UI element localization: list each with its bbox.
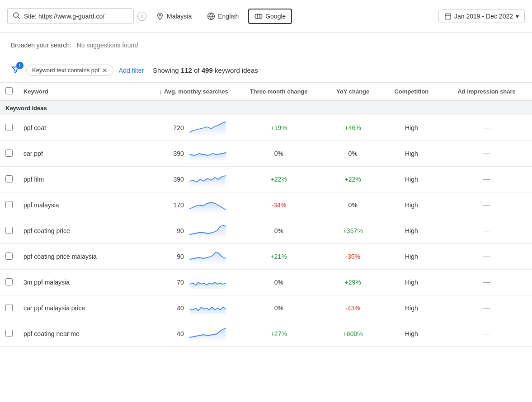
competition-cell: High xyxy=(382,218,441,244)
broaden-section: Broaden your search: No suggestions foun… xyxy=(0,33,532,58)
select-all-header[interactable] xyxy=(0,83,18,101)
table-row: ppf coating price malaysia 90 xyxy=(0,244,532,270)
broaden-label: Broaden your search: xyxy=(11,42,71,49)
table-row: 3m ppf malaysia 70 xyxy=(0,270,532,295)
keyword-cell: ppf coat xyxy=(18,115,129,141)
searches-number: 70 xyxy=(169,279,184,286)
searches-number: 390 xyxy=(169,150,184,157)
three-month-cell: 0% xyxy=(234,270,324,295)
ad-impression-cell: — xyxy=(441,141,532,167)
searches-number: 170 xyxy=(169,201,184,209)
sparkline-chart xyxy=(188,145,228,162)
search-box[interactable]: Site: https://www.g-guard.co/ xyxy=(7,8,134,24)
showing-text: Showing 112 of 499 keyword ideas xyxy=(153,66,258,74)
search-icon xyxy=(12,11,20,21)
date-range-text: Jan 2019 - Dec 2022 xyxy=(454,13,513,20)
svg-point-2 xyxy=(159,14,161,16)
searches-cell: 170 xyxy=(129,192,234,218)
info-icon[interactable]: i xyxy=(137,12,146,21)
row-checkbox[interactable] xyxy=(5,150,13,157)
ad-impression-cell: — xyxy=(441,321,532,347)
competition-cell: High xyxy=(382,295,441,321)
three-month-cell: +22% xyxy=(234,167,324,192)
keyword-table-wrap: Keyword ↓Avg. monthly searches Three mon… xyxy=(0,83,532,347)
competition-cell: High xyxy=(382,192,441,218)
searches-number: 390 xyxy=(169,176,184,183)
date-range-button[interactable]: Jan 2019 - Dec 2022 ▾ xyxy=(438,9,525,23)
three-month-cell: +21% xyxy=(234,244,324,270)
searches-number: 40 xyxy=(169,330,184,337)
row-checkbox[interactable] xyxy=(5,252,13,260)
filter-remove-button[interactable]: ✕ xyxy=(102,67,108,74)
yoy-cell: +46% xyxy=(324,115,382,141)
competition-cell: High xyxy=(382,115,441,141)
row-checkbox[interactable] xyxy=(5,175,13,182)
row-checkbox[interactable] xyxy=(5,278,13,285)
yoy-cell: +357% xyxy=(324,218,382,244)
searches-number: 90 xyxy=(169,227,184,234)
row-checkbox-cell[interactable] xyxy=(0,192,18,218)
row-checkbox-cell[interactable] xyxy=(0,218,18,244)
searches-cell: 70 xyxy=(129,270,234,295)
row-checkbox-cell[interactable] xyxy=(0,321,18,347)
top-bar: Site: https://www.g-guard.co/ i Malaysia… xyxy=(0,0,532,33)
table-row: car ppf malaysia price 40 xyxy=(0,295,532,321)
table-row: ppf film 390 + xyxy=(0,167,532,192)
keyword-header: Keyword xyxy=(18,83,129,101)
yoy-cell: -43% xyxy=(324,295,382,321)
search-value: Site: https://www.g-guard.co/ xyxy=(24,13,104,20)
avg-monthly-header[interactable]: ↓Avg. monthly searches xyxy=(129,83,234,101)
searches-cell: 40 xyxy=(129,321,234,347)
location-button[interactable]: Malaysia xyxy=(150,9,198,23)
row-checkbox[interactable] xyxy=(5,304,13,311)
keyword-cell: car ppf xyxy=(18,141,129,167)
engine-button[interactable]: Google xyxy=(248,9,292,24)
filter-badge: 1 xyxy=(16,62,24,69)
yoy-header: YoY change xyxy=(324,83,382,101)
row-checkbox[interactable] xyxy=(5,330,13,337)
ad-impression-cell: — xyxy=(441,244,532,270)
row-checkbox[interactable] xyxy=(5,124,13,131)
keyword-table: Keyword ↓Avg. monthly searches Three mon… xyxy=(0,83,532,347)
keyword-cell: ppf film xyxy=(18,167,129,192)
select-all-checkbox[interactable] xyxy=(5,87,13,94)
table-row: ppf coating price 90 xyxy=(0,218,532,244)
searches-cell: 720 xyxy=(129,115,234,141)
yoy-cell: -35% xyxy=(324,244,382,270)
filter-icon[interactable]: 1 xyxy=(11,65,21,76)
row-checkbox-cell[interactable] xyxy=(0,141,18,167)
competition-cell: High xyxy=(382,321,441,347)
row-checkbox-cell[interactable] xyxy=(0,244,18,270)
three-month-cell: 0% xyxy=(234,295,324,321)
three-month-cell: +27% xyxy=(234,321,324,347)
yoy-cell: +600% xyxy=(324,321,382,347)
keyword-cell: ppf coating price malaysia xyxy=(18,244,129,270)
sparkline-chart xyxy=(188,223,228,239)
add-filter-button[interactable]: Add filter xyxy=(119,67,144,74)
row-checkbox[interactable] xyxy=(5,201,13,208)
row-checkbox-cell[interactable] xyxy=(0,115,18,141)
sparkline-chart xyxy=(188,120,228,136)
row-checkbox-cell[interactable] xyxy=(0,270,18,295)
searches-number: 40 xyxy=(169,304,184,312)
searches-cell: 40 xyxy=(129,295,234,321)
three-month-header: Three month change xyxy=(234,83,324,101)
row-checkbox[interactable] xyxy=(5,227,13,234)
ad-impression-cell: — xyxy=(441,270,532,295)
competition-cell: High xyxy=(382,244,441,270)
language-button[interactable]: English xyxy=(201,9,245,23)
three-month-cell: -34% xyxy=(234,192,324,218)
row-checkbox-cell[interactable] xyxy=(0,295,18,321)
searches-cell: 90 xyxy=(129,244,234,270)
row-checkbox-cell[interactable] xyxy=(0,167,18,192)
searches-number: 90 xyxy=(169,253,184,260)
sparkline-chart xyxy=(188,248,228,265)
ad-impression-cell: — xyxy=(441,167,532,192)
competition-cell: High xyxy=(382,141,441,167)
table-row: ppf malaysia 170 xyxy=(0,192,532,218)
filter-chip: Keyword text contains ppf ✕ xyxy=(26,65,113,76)
table-row: ppf coat 720 + xyxy=(0,115,532,141)
yoy-cell: 0% xyxy=(324,192,382,218)
svg-point-0 xyxy=(14,13,19,18)
group-header-row: Keyword ideas xyxy=(0,101,532,115)
